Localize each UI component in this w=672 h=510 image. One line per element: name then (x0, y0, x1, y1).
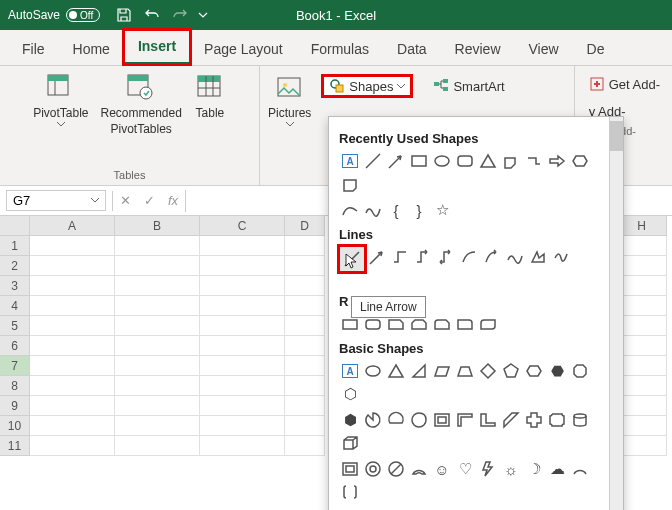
cell[interactable] (285, 236, 325, 256)
elbow-arrow-icon[interactable] (412, 246, 434, 268)
tab-insert[interactable]: Insert (124, 30, 190, 65)
row-header[interactable]: 7 (0, 356, 30, 376)
tab-view[interactable]: View (515, 33, 573, 65)
no-symbol-icon[interactable] (385, 458, 407, 480)
star-icon[interactable]: ☆ (431, 199, 453, 221)
cell[interactable] (285, 396, 325, 416)
col-header[interactable]: D (285, 216, 325, 236)
tab-home[interactable]: Home (59, 33, 124, 65)
round-single-icon[interactable] (454, 313, 476, 335)
cell[interactable] (30, 276, 115, 296)
left-brace-icon[interactable]: { (385, 199, 407, 221)
enter-formula-icon[interactable]: ✓ (137, 193, 161, 208)
cell[interactable] (200, 376, 285, 396)
row-header[interactable]: 1 (0, 236, 30, 256)
row-header[interactable]: 6 (0, 336, 30, 356)
pentagon-icon[interactable] (500, 360, 522, 382)
scribble-icon[interactable] (504, 246, 526, 268)
diag-stripe-icon[interactable] (500, 409, 522, 431)
curve-icon[interactable] (339, 199, 361, 221)
triangle-icon[interactable] (477, 150, 499, 172)
line-icon[interactable] (366, 246, 388, 268)
right-arrow-icon[interactable] (546, 150, 568, 172)
double-elbow-icon[interactable] (435, 246, 457, 268)
donut-icon[interactable] (362, 458, 384, 480)
get-addins-button[interactable]: Get Add- (589, 76, 660, 92)
smiley-icon[interactable]: ☺ (431, 458, 453, 480)
cell[interactable] (617, 416, 667, 436)
cell[interactable] (115, 256, 200, 276)
diamond-icon[interactable] (477, 360, 499, 382)
line-arrow-shape[interactable] (339, 246, 365, 272)
col-header[interactable]: A (30, 216, 115, 236)
redo-icon[interactable] (168, 3, 192, 27)
right-brace-icon[interactable]: } (408, 199, 430, 221)
trapezoid-icon[interactable] (454, 360, 476, 382)
textbox-icon[interactable]: A (339, 150, 361, 172)
cell[interactable] (285, 336, 325, 356)
hexagon-icon[interactable] (523, 360, 545, 382)
textbox-icon[interactable]: A (339, 360, 361, 382)
select-all-corner[interactable] (0, 216, 30, 236)
cell[interactable] (617, 356, 667, 376)
row-header[interactable]: 5 (0, 316, 30, 336)
cell[interactable] (30, 396, 115, 416)
cell[interactable] (30, 416, 115, 436)
tab-file[interactable]: File (8, 33, 59, 65)
connector-icon[interactable] (523, 150, 545, 172)
rounded-rect-icon[interactable] (454, 150, 476, 172)
cell[interactable] (200, 316, 285, 336)
row-header[interactable]: 4 (0, 296, 30, 316)
cell[interactable] (200, 416, 285, 436)
pie-icon[interactable] (362, 409, 384, 431)
tab-page-layout[interactable]: Page Layout (190, 33, 297, 65)
row-header[interactable]: 11 (0, 436, 30, 456)
half-frame-icon[interactable] (454, 409, 476, 431)
arrow-line-icon[interactable] (385, 150, 407, 172)
cell[interactable] (285, 416, 325, 436)
tab-developer[interactable]: De (573, 33, 619, 65)
cell[interactable] (115, 436, 200, 456)
heart-icon[interactable]: ♡ (454, 458, 476, 480)
hexagon-icon[interactable] (569, 150, 591, 172)
snip-round-icon[interactable] (431, 313, 453, 335)
cell[interactable] (30, 376, 115, 396)
col-header[interactable]: B (115, 216, 200, 236)
freeform-icon[interactable] (362, 199, 384, 221)
scrollbar[interactable] (609, 117, 623, 510)
cell[interactable] (115, 236, 200, 256)
teardrop-icon[interactable] (408, 409, 430, 431)
cell[interactable] (200, 236, 285, 256)
cell[interactable] (30, 336, 115, 356)
oval-icon[interactable] (362, 360, 384, 382)
cube-icon[interactable] (339, 432, 361, 454)
cell[interactable] (617, 396, 667, 416)
oval-icon[interactable] (431, 150, 453, 172)
col-header[interactable]: H (617, 216, 667, 236)
col-header[interactable]: C (200, 216, 285, 236)
rectangle-icon[interactable] (408, 150, 430, 172)
heptagon-icon[interactable]: ⬣ (546, 360, 568, 382)
cell[interactable] (617, 296, 667, 316)
cell[interactable] (200, 256, 285, 276)
row-header[interactable]: 2 (0, 256, 30, 276)
cell[interactable] (115, 316, 200, 336)
cell[interactable] (285, 356, 325, 376)
cell[interactable] (285, 256, 325, 276)
cell[interactable] (115, 276, 200, 296)
cell[interactable] (617, 316, 667, 336)
double-bracket-icon[interactable] (339, 481, 361, 503)
cell[interactable] (617, 376, 667, 396)
cell[interactable] (115, 296, 200, 316)
cell[interactable] (115, 336, 200, 356)
parallelogram-icon[interactable] (431, 360, 453, 382)
curved-connector-icon[interactable] (458, 246, 480, 268)
save-icon[interactable] (112, 3, 136, 27)
row-header[interactable]: 3 (0, 276, 30, 296)
cell[interactable] (30, 236, 115, 256)
cell[interactable] (617, 236, 667, 256)
chord-icon[interactable] (385, 409, 407, 431)
triangle-icon[interactable] (385, 360, 407, 382)
cell[interactable] (285, 316, 325, 336)
cell[interactable] (200, 356, 285, 376)
